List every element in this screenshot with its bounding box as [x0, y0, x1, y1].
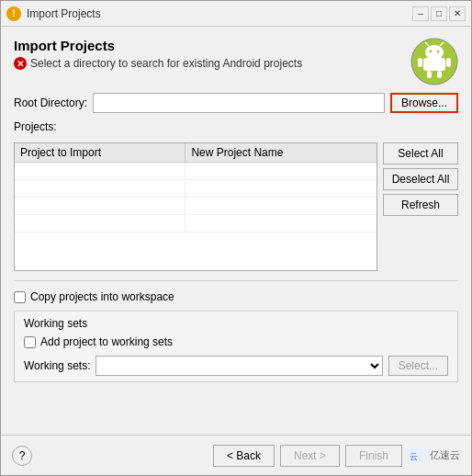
table-row: [15, 215, 376, 232]
col-project-to-import: Project to Import: [15, 143, 185, 163]
table-row: [15, 198, 376, 215]
finish-button[interactable]: Finish: [345, 445, 402, 467]
copy-checkbox-row: Copy projects into workspace: [14, 290, 458, 303]
app-icon: !: [6, 6, 21, 21]
dialog-subtitle-text: Select a directory to search for existin…: [30, 57, 302, 70]
refresh-button[interactable]: Refresh: [383, 194, 458, 216]
brand-icon: 云: [408, 448, 426, 463]
minimize-button[interactable]: –: [412, 6, 429, 21]
projects-table: Project to Import New Project Name: [15, 143, 376, 232]
svg-rect-9: [427, 71, 432, 78]
copy-projects-checkbox[interactable]: [14, 291, 26, 303]
title-bar: ! Import Projects – □ ✕: [1, 1, 471, 27]
bottom-bar: ? < Back Next > Finish 云 亿速云: [1, 435, 471, 475]
root-dir-row: Root Directory: Browse...: [14, 93, 458, 113]
close-button[interactable]: ✕: [449, 6, 466, 21]
table-row: [15, 163, 376, 180]
projects-table-wrapper: Project to Import New Project Name: [14, 142, 377, 271]
dialog-header-text: Import Projects ✕ Select a directory to …: [14, 38, 302, 70]
projects-label: Projects:: [14, 120, 458, 133]
maximize-button[interactable]: □: [431, 6, 447, 21]
android-logo: [410, 38, 458, 85]
svg-rect-1: [423, 58, 445, 71]
svg-rect-8: [446, 58, 451, 67]
help-button[interactable]: ?: [12, 446, 32, 466]
working-sets-title: Working sets: [24, 317, 448, 330]
copy-projects-label: Copy projects into workspace: [30, 290, 174, 303]
deselect-all-button[interactable]: Deselect All: [383, 168, 458, 190]
title-bar-controls: – □ ✕: [412, 6, 466, 21]
projects-area: Project to Import New Project Name Selec…: [14, 142, 458, 271]
dialog-content: Import Projects ✕ Select a directory to …: [1, 27, 471, 435]
working-sets-section: Working sets Add project to working sets…: [14, 311, 458, 382]
svg-point-4: [437, 51, 440, 53]
browse-button[interactable]: Browse...: [390, 93, 458, 113]
add-working-sets-label: Add project to working sets: [40, 335, 173, 348]
svg-point-3: [430, 51, 433, 53]
col-new-project-name: New Project Name: [185, 143, 376, 163]
projects-table-body: [15, 163, 376, 232]
divider: [14, 280, 458, 281]
working-sets-label: Working sets:: [24, 359, 90, 372]
back-button[interactable]: < Back: [213, 445, 275, 467]
svg-rect-7: [418, 58, 422, 67]
dialog-title: Import Projects: [14, 38, 302, 53]
working-sets-select-button[interactable]: Select...: [388, 356, 448, 376]
add-to-working-sets-row: Add project to working sets: [24, 335, 448, 348]
table-row: [15, 180, 376, 198]
dialog-subtitle: ✕ Select a directory to search for exist…: [14, 57, 302, 70]
brand-logo: 云 亿速云: [408, 448, 460, 463]
root-dir-label: Root Directory:: [14, 96, 87, 109]
title-bar-left: ! Import Projects: [6, 6, 101, 21]
next-button[interactable]: Next >: [280, 445, 340, 467]
svg-rect-10: [437, 71, 442, 78]
error-icon: ✕: [14, 57, 27, 70]
brand-text: 亿速云: [430, 448, 460, 462]
bottom-left: ?: [12, 446, 32, 466]
svg-point-2: [425, 45, 444, 60]
svg-text:云: 云: [410, 452, 418, 461]
working-sets-combo[interactable]: [96, 356, 382, 376]
add-working-sets-checkbox[interactable]: [24, 336, 36, 348]
projects-buttons: Select All Deselect All Refresh: [383, 142, 458, 271]
bottom-right: < Back Next > Finish 云 亿速云: [213, 445, 460, 467]
root-dir-input[interactable]: [93, 93, 385, 113]
title-bar-title: Import Projects: [27, 7, 101, 20]
dialog-header: Import Projects ✕ Select a directory to …: [14, 38, 458, 85]
working-sets-select-row: Working sets: Select...: [24, 356, 448, 376]
select-all-button[interactable]: Select All: [383, 142, 458, 164]
